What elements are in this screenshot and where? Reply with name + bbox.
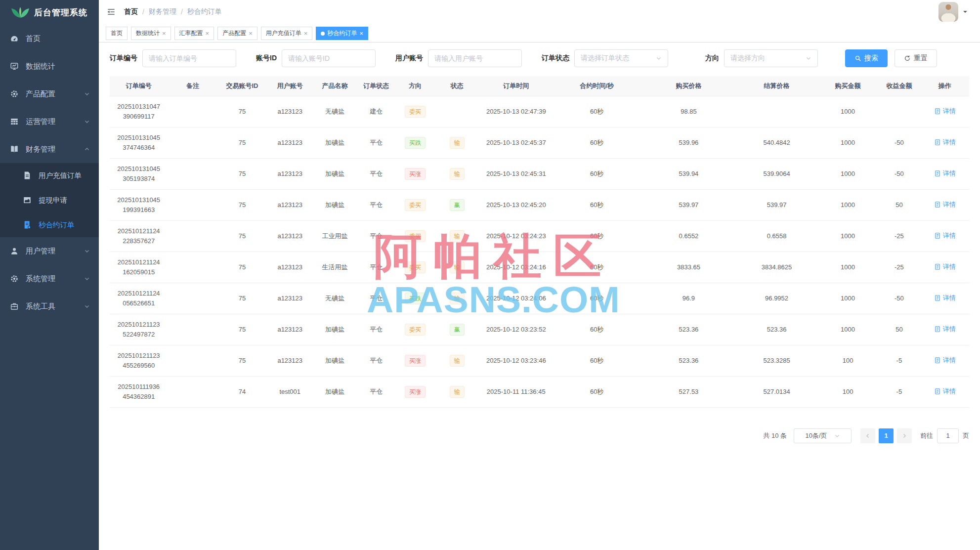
- tab-product-config[interactable]: 产品配置×: [217, 27, 257, 40]
- column-header: 用户账号: [266, 76, 313, 96]
- tab-recharge-orders[interactable]: 用户充值订单×: [261, 27, 313, 40]
- close-icon[interactable]: ×: [249, 30, 253, 37]
- cell-settle-price: 96.9952: [735, 283, 818, 314]
- status-tag: 输: [450, 355, 465, 367]
- detail-link[interactable]: 详情: [934, 138, 956, 147]
- reset-button[interactable]: 重置: [895, 49, 937, 67]
- detail-link[interactable]: 详情: [934, 262, 956, 271]
- detail-doc-icon: [934, 326, 941, 333]
- chevron-down-icon: [806, 55, 811, 61]
- sidebar-item-label: 提现申请: [39, 196, 67, 205]
- app-root: 后台管理系统 首页数据统计产品配置运营管理财务管理用户充值订单提现申请秒合约订单…: [0, 0, 980, 550]
- tab-home[interactable]: 首页: [106, 27, 128, 40]
- close-icon[interactable]: ×: [304, 30, 308, 37]
- breadcrumb: 首页/财务管理/秒合约订单: [124, 7, 222, 16]
- cell-account-id: 75: [218, 345, 266, 376]
- tab-rate-config[interactable]: 汇率配置×: [174, 27, 214, 40]
- cell-order-no: 202510131045199391663: [110, 189, 168, 220]
- cell-order-no: 202510121124056526651: [110, 283, 168, 314]
- close-icon[interactable]: ×: [206, 30, 210, 37]
- column-header: 订单时间: [480, 76, 553, 96]
- cell-account-id: 75: [218, 189, 266, 220]
- close-icon[interactable]: ×: [162, 30, 166, 37]
- sidebar-item-recharge-orders[interactable]: 用户充值订单: [0, 163, 99, 188]
- prev-page-button[interactable]: [860, 428, 875, 443]
- goto-label: 前往: [920, 431, 933, 440]
- detail-doc-icon: [934, 108, 941, 115]
- cell-account-id: 75: [218, 96, 266, 127]
- goto-page-input[interactable]: [937, 428, 959, 443]
- detail-link[interactable]: 详情: [934, 356, 956, 365]
- direction-select[interactable]: 请选择方向: [724, 49, 818, 67]
- next-page-button[interactable]: [897, 428, 912, 443]
- breadcrumb-item: 秒合约订单: [187, 7, 222, 16]
- cell-duration: 60秒: [552, 252, 642, 283]
- account-id-input[interactable]: [282, 49, 376, 67]
- status-tag: 输: [450, 293, 465, 304]
- sidebar-item-withdraw-requests[interactable]: 提现申请: [0, 188, 99, 212]
- detail-doc-icon: [934, 170, 941, 177]
- order-no-line1: 202510131045: [112, 164, 166, 174]
- cell-account-id: 75: [218, 220, 266, 252]
- cell-settle-price: 0.6558: [735, 220, 818, 252]
- detail-link-label: 详情: [943, 325, 956, 334]
- sidebar-item-home[interactable]: 首页: [0, 25, 99, 52]
- breadcrumb-item[interactable]: 首页: [124, 7, 138, 16]
- detail-link[interactable]: 详情: [934, 107, 956, 116]
- cell-user: test001: [266, 376, 313, 407]
- column-header: 订单编号: [110, 76, 168, 96]
- sidebar-fold-icon[interactable]: [106, 7, 116, 17]
- cell-amount: 100: [818, 376, 878, 407]
- sidebar-item-finance[interactable]: 财务管理: [0, 135, 99, 163]
- cell-time: 2025-10-11 11:36:45: [480, 376, 553, 407]
- cell-amount: 1000: [818, 96, 878, 127]
- tab-contract-orders[interactable]: 秒合约订单×: [316, 27, 368, 40]
- detail-link[interactable]: 详情: [934, 294, 956, 302]
- cell-action: 详情: [921, 283, 969, 314]
- cell-status: 赢: [434, 314, 480, 345]
- user-account-input[interactable]: [428, 49, 522, 67]
- direction-tag: 委买: [405, 106, 426, 118]
- chevron-down-icon[interactable]: [962, 9, 968, 15]
- search-button[interactable]: 搜索: [845, 49, 888, 67]
- order-no-input[interactable]: [142, 49, 236, 67]
- order-no-line2: 228357627: [112, 236, 166, 246]
- cell-action: 详情: [921, 127, 969, 158]
- direction-tag: 委买: [405, 324, 426, 336]
- cell-account-id: 74: [218, 376, 266, 407]
- sidebar-item-user-management[interactable]: 用户管理: [0, 237, 99, 265]
- sidebar-item-contract-orders[interactable]: 秒合约订单: [0, 212, 99, 237]
- tab-statistics[interactable]: 数据统计×: [131, 27, 171, 40]
- cell-product: 加碘盐: [313, 345, 356, 376]
- direction-tag: 买涨: [405, 355, 426, 367]
- cell-remark: [168, 283, 217, 314]
- page-size-select[interactable]: 10条/页: [794, 428, 852, 443]
- avatar[interactable]: [938, 2, 958, 22]
- cell-duration: 60秒: [552, 220, 642, 252]
- detail-link[interactable]: 详情: [934, 387, 956, 396]
- detail-link[interactable]: 详情: [934, 200, 956, 209]
- sidebar-item-statistics[interactable]: 数据统计: [0, 52, 99, 80]
- detail-link[interactable]: 详情: [934, 231, 956, 240]
- cell-amount: 1000: [818, 252, 878, 283]
- pagination-total: 共 10 条: [763, 431, 787, 440]
- sidebar-item-operations[interactable]: 运营管理: [0, 108, 99, 135]
- order-status-select[interactable]: 请选择订单状态: [574, 49, 668, 67]
- sidebar-item-system-management[interactable]: 系统管理: [0, 265, 99, 293]
- detail-link-label: 详情: [943, 262, 956, 271]
- cell-time: 2025-10-13 02:47:39: [480, 96, 553, 127]
- cell-product: 加碘盐: [313, 189, 356, 220]
- order-status-placeholder: 请选择订单状态: [581, 54, 629, 63]
- cell-account-id: 75: [218, 127, 266, 158]
- sidebar-item-product-config[interactable]: 产品配置: [0, 80, 99, 108]
- sidebar-item-label: 首页: [26, 34, 41, 43]
- detail-link[interactable]: 详情: [934, 325, 956, 334]
- detail-doc-icon: [934, 201, 941, 208]
- cell-order-status: 建仓: [356, 96, 396, 127]
- cell-account-id: 75: [218, 158, 266, 189]
- sidebar-item-system-tools[interactable]: 系统工具: [0, 293, 99, 320]
- page-number-button[interactable]: 1: [879, 428, 894, 443]
- close-icon[interactable]: ×: [359, 30, 363, 37]
- goto-unit-label: 页: [963, 431, 969, 440]
- detail-link[interactable]: 详情: [934, 169, 956, 178]
